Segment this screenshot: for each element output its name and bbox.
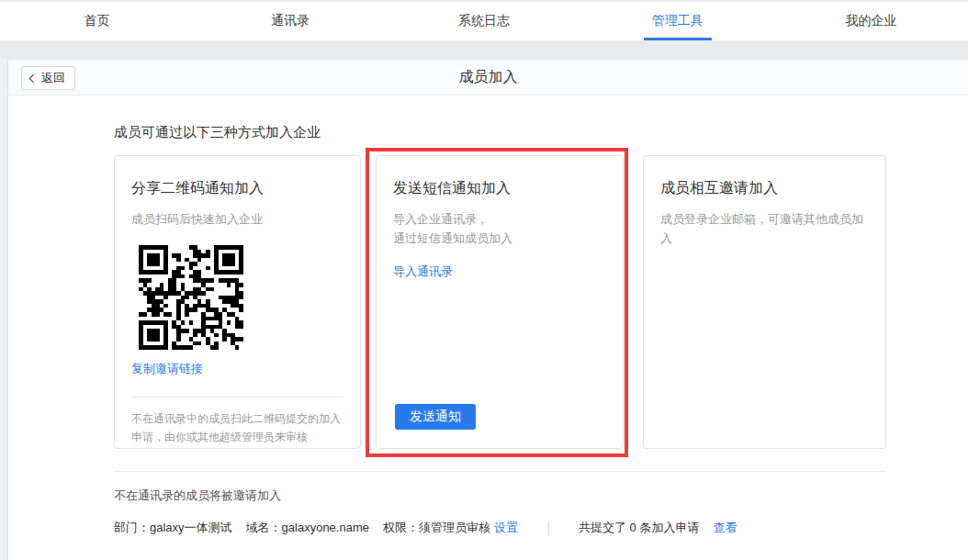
qr-approval-note: 不在通讯录中的成员扫此二维码提交的加入申请，由你或其他超级管理员来审核: [131, 410, 343, 445]
back-button-label: 返回: [41, 70, 65, 86]
nav-item-contacts[interactable]: 通讯录: [194, 2, 388, 40]
section-heading: 成员可通过以下三种方式加入企业: [114, 95, 968, 141]
card-divider: [131, 397, 343, 398]
nav-item-home[interactable]: 首页: [0, 2, 194, 40]
separator-bar: [548, 521, 549, 535]
nav-item-admin-tools[interactable]: 管理工具: [580, 2, 774, 40]
import-contacts-link[interactable]: 导入通讯录: [393, 263, 453, 280]
domain-field: 域名：galaxyone.name: [246, 520, 369, 536]
page-content: 成员可通过以下三种方式加入企业 分享二维码通知加入 成员扫码后快速加入企业 复制…: [8, 95, 968, 560]
card-desc: 成员扫码后快速加入企业: [131, 209, 343, 229]
domain-label: 域名：: [246, 521, 282, 534]
settings-link[interactable]: 设置: [494, 521, 518, 534]
perm-label: 权限：: [383, 521, 419, 534]
chevron-left-icon: [29, 74, 39, 84]
back-button[interactable]: 返回: [21, 66, 75, 90]
card-desc: 成员登录企业邮箱，可邀请其他成员加入: [660, 209, 869, 249]
sms-desc-line1: 导入企业通讯录，: [393, 209, 606, 229]
card-invite-join: 成员相互邀请加入 成员登录企业邮箱，可邀请其他成员加入: [643, 155, 886, 449]
nav-item-my-company[interactable]: 我的企业: [774, 2, 968, 40]
join-method-cards: 分享二维码通知加入 成员扫码后快速加入企业 复制邀请链接 不在通讯录中的成员扫此…: [114, 155, 968, 449]
top-nav: 首页 通讯录 系统日志 管理工具 我的企业: [0, 0, 968, 40]
dept-label: 部门：: [114, 521, 150, 534]
card-title: 成员相互邀请加入: [660, 179, 869, 198]
footer-info-row: 部门：galaxy一体测试 域名：galaxyone.name 权限：须管理员审…: [114, 520, 968, 536]
nav-item-system-log[interactable]: 系统日志: [388, 2, 581, 40]
perm-field: 权限：须管理员审核设置: [383, 520, 518, 536]
page-header: 返回 成员加入: [8, 60, 968, 95]
qr-code-image: [139, 244, 243, 351]
send-notify-button[interactable]: 发送通知: [395, 404, 476, 430]
page-title: 成员加入: [8, 60, 968, 95]
submit-count: 共提交了 0 条加入申请: [579, 520, 699, 536]
copy-invite-link[interactable]: 复制邀请链接: [131, 361, 203, 377]
sms-desc: 导入企业通讯录， 通过短信通知成员加入: [393, 209, 606, 249]
domain-value: galaxyone.name: [282, 521, 369, 534]
main-panel: 返回 成员加入 成员可通过以下三种方式加入企业 分享二维码通知加入 成员扫码后快…: [7, 59, 968, 560]
card-sms-join: 发送短信通知加入 导入企业通讯录， 通过短信通知成员加入 导入通讯录 发送通知: [376, 155, 624, 449]
card-qr-join: 分享二维码通知加入 成员扫码后快速加入企业 复制邀请链接 不在通讯录中的成员扫此…: [114, 155, 361, 449]
card-title: 发送短信通知加入: [393, 179, 606, 198]
dept-value: galaxy一体测试: [150, 521, 232, 534]
perm-value: 须管理员审核: [419, 521, 490, 534]
sms-desc-line2: 通过短信通知成员加入: [393, 229, 606, 248]
card-title: 分享二维码通知加入: [131, 179, 343, 198]
footer-note: 不在通讯录的成员将被邀请加入: [114, 487, 968, 504]
view-link[interactable]: 查看: [713, 520, 737, 536]
dept-field: 部门：galaxy一体测试: [114, 520, 232, 536]
page-gap-strip: [0, 40, 968, 59]
footer-divider: [114, 471, 886, 472]
